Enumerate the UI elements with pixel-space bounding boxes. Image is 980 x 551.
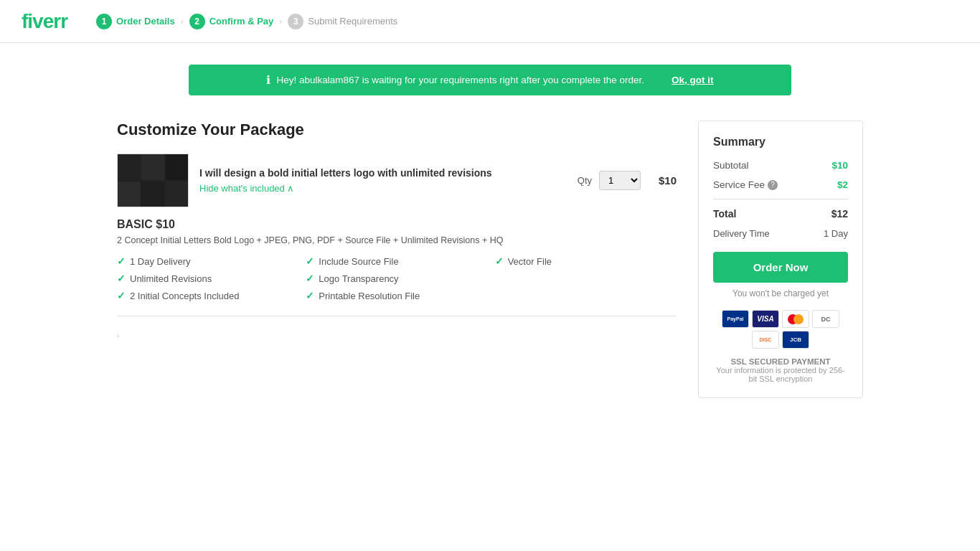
package-title: BASIC $10 (117, 218, 677, 231)
step-3-label: Submit Requirements (308, 16, 397, 27)
hide-included-link[interactable]: Hide what's included ∧ (199, 183, 294, 194)
service-fee-text: Service Fee (713, 179, 765, 190)
feature-label: Unlimited Revisions (130, 273, 212, 284)
qty-section: Qty 1 2 3 (578, 171, 641, 190)
feature-vector: ✓ Vector File (495, 255, 677, 267)
step-1-label: Order Details (116, 16, 175, 27)
feature-label: Vector File (508, 256, 552, 267)
qty-label: Qty (578, 175, 592, 186)
arrow-2: › (279, 17, 282, 27)
thumb-cell-5 (141, 182, 164, 207)
step-2-num: 2 (189, 14, 205, 29)
feature-1-day: ✓ 1 Day Delivery (117, 255, 298, 267)
feature-transparency: ✓ Logo Transparency (306, 273, 487, 284)
check-icon: ✓ (117, 273, 126, 284)
step-1-num: 1 (96, 14, 112, 29)
service-thumbnail (117, 154, 189, 207)
extra-content: · (117, 331, 677, 341)
features-grid: ✓ 1 Day Delivery ✓ Include Source File ✓… (117, 255, 677, 301)
right-panel: Summary Subtotal $10 Service Fee ? $2 To… (698, 121, 863, 398)
total-amount: $12 (831, 208, 848, 220)
discover-icon: DISC (752, 331, 779, 349)
service-item: I will design a bold initial letters log… (117, 154, 677, 207)
ssl-section: SSL SECURED PAYMENT Your information is … (713, 357, 848, 383)
visa-icon: VISA (752, 310, 779, 328)
feature-empty-1 (495, 273, 677, 284)
header: fiverr 1 Order Details › 2 Confirm & Pay… (0, 0, 980, 43)
total-label: Total (713, 208, 736, 220)
subtotal-label: Subtotal (713, 160, 749, 171)
service-price: $10 (651, 174, 677, 187)
feature-label: 2 Initial Concepts Included (130, 291, 239, 301)
service-fee-row: Service Fee ? $2 (713, 179, 848, 190)
feature-concepts: ✓ 2 Initial Concepts Included (117, 290, 298, 301)
arrow-1: › (181, 17, 184, 27)
thumb-cell-2 (141, 154, 164, 180)
check-icon: ✓ (495, 255, 504, 267)
feature-label: 1 Day Delivery (130, 256, 191, 267)
step-3-num: 3 (288, 14, 303, 29)
not-charged-text: You won't be charged yet (713, 288, 848, 298)
left-panel: Customize Your Package I will design a b… (117, 121, 677, 398)
breadcrumb-step-1: 1 Order Details (96, 14, 175, 29)
feature-source-file: ✓ Include Source File (306, 255, 487, 267)
feature-label: Include Source File (319, 256, 398, 267)
order-now-button[interactable]: Order Now (713, 252, 848, 283)
check-icon: ✓ (117, 290, 126, 301)
logo: fiverr (22, 10, 67, 33)
summary-panel: Summary Subtotal $10 Service Fee ? $2 To… (698, 121, 863, 398)
service-fee-label: Service Fee ? (713, 179, 778, 190)
total-row: Total $12 (713, 208, 848, 220)
feature-printable: ✓ Printable Resolution File (306, 290, 487, 301)
breadcrumb: 1 Order Details › 2 Confirm & Pay › 3 Su… (96, 14, 397, 29)
qty-select[interactable]: 1 2 3 (599, 171, 641, 190)
diners-icon: DC (812, 310, 839, 328)
feature-revisions: ✓ Unlimited Revisions (117, 273, 298, 284)
service-fee-amount: $2 (837, 179, 848, 190)
thumb-cell-4 (118, 182, 140, 207)
breadcrumb-step-2: 2 Confirm & Pay (189, 14, 274, 29)
page-title: Customize Your Package (117, 121, 677, 139)
step-2-label: Confirm & Pay (209, 16, 274, 27)
feature-label: Logo Transparency (319, 273, 398, 284)
paypal-icon: PayPal (722, 310, 749, 328)
banner-ok-link[interactable]: Ok, got it (672, 75, 714, 85)
delivery-label: Delivery Time (713, 228, 770, 239)
main-content: Customize Your Package I will design a b… (95, 106, 885, 413)
thumb-cell-3 (166, 154, 188, 180)
thumb-cell-1 (118, 154, 140, 180)
check-icon: ✓ (306, 290, 314, 301)
service-info: I will design a bold initial letters log… (199, 167, 567, 194)
help-icon[interactable]: ? (768, 180, 778, 190)
subtotal-row: Subtotal $10 (713, 160, 848, 171)
delivery-value: 1 Day (824, 228, 848, 239)
check-icon: ✓ (306, 273, 314, 284)
check-icon: ✓ (306, 255, 314, 267)
package-desc: 2 Concept Initial Letters Bold Logo + JP… (117, 235, 677, 245)
info-icon: ℹ (266, 73, 270, 87)
feature-label: Printable Resolution File (319, 291, 420, 301)
ssl-title: SSL SECURED PAYMENT (713, 357, 848, 366)
payment-icons: PayPal VISA DC DISC JCB (713, 310, 848, 349)
section-divider (117, 316, 677, 316)
info-banner: ℹ Hey! abulkalam867 is waiting for your … (189, 65, 791, 95)
summary-divider (713, 199, 848, 199)
subtotal-amount: $10 (831, 160, 848, 171)
check-icon: ✓ (117, 255, 126, 267)
summary-title: Summary (713, 136, 848, 149)
mastercard-icon (782, 310, 809, 328)
jcb-icon: JCB (782, 331, 809, 349)
breadcrumb-step-3: 3 Submit Requirements (288, 14, 397, 29)
banner-text: Hey! abulkalam867 is waiting for your re… (276, 75, 644, 85)
thumb-cell-6 (166, 182, 188, 207)
package-desc-text: 2 Concept Initial Letters Bold Logo + JP… (117, 235, 503, 245)
service-title: I will design a bold initial letters log… (199, 167, 567, 179)
delivery-row: Delivery Time 1 Day (713, 228, 848, 239)
ssl-desc: Your information is protected by 256-bit… (713, 366, 848, 383)
